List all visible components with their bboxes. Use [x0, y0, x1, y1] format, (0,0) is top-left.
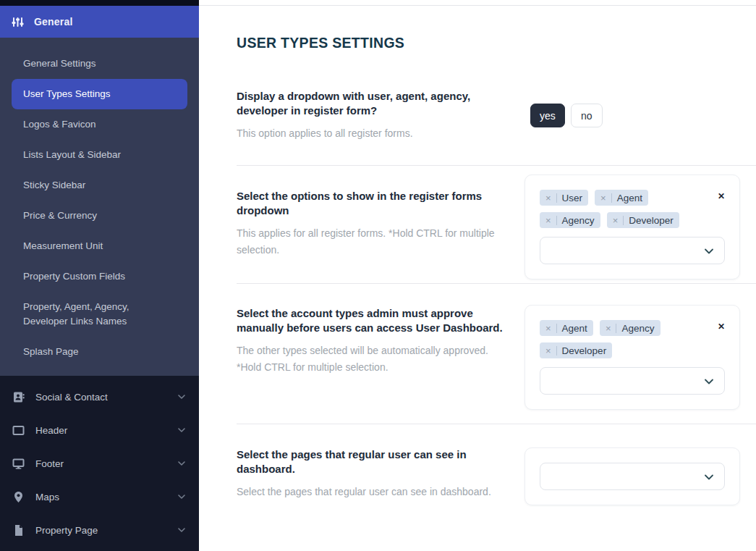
- sidebar-section-general[interactable]: General: [0, 6, 199, 38]
- tag-agent: ×Agent: [595, 190, 648, 206]
- settings-sidebar: General General Settings User Types Sett…: [0, 0, 199, 551]
- chevron-down-icon: [176, 491, 187, 502]
- tag-agency: ×Agency: [540, 212, 600, 228]
- chevron-down-icon: [702, 244, 716, 258]
- setting-heading: Select the pages that regular user can s…: [237, 447, 504, 476]
- multiselect-card-approval-types: ×Agent ×Agency ×Developer ✕: [524, 305, 740, 410]
- remove-tag-icon[interactable]: ×: [545, 216, 557, 225]
- sidebar-item-label: Maps: [35, 492, 176, 502]
- setting-row-dashboard-pages: Select the pages that regular user can s…: [237, 424, 756, 505]
- sidebar-general-group: General Settings User Types Settings Log…: [0, 38, 199, 376]
- sidebar-section-general-label: General: [34, 16, 73, 28]
- sidebar-item-general-settings[interactable]: General Settings: [12, 49, 187, 79]
- yes-button[interactable]: yes: [530, 104, 565, 127]
- select-card-dashboard-pages: [524, 447, 740, 505]
- tag-developer: ×Developer: [607, 212, 679, 228]
- map-pin-icon: [12, 490, 25, 503]
- sidebar-item-splash-page[interactable]: Splash Page: [12, 337, 187, 367]
- yes-no-toggle: yes no: [530, 104, 756, 127]
- sidebar-item-links-names[interactable]: Property, Agent, Agency, Developer Links…: [12, 292, 187, 337]
- remove-tag-icon[interactable]: ×: [606, 324, 617, 333]
- sidebar-item-header[interactable]: Header: [0, 413, 199, 447]
- setting-description: This applies for all register forms. *Ho…: [237, 225, 504, 258]
- chevron-down-icon: [702, 374, 716, 389]
- tag-label: Developer: [629, 215, 674, 226]
- chevron-down-icon: [702, 470, 716, 484]
- remove-tag-icon[interactable]: ×: [613, 216, 624, 225]
- tag-label: Agency: [562, 215, 595, 226]
- clear-all-icon[interactable]: ✕: [718, 322, 725, 331]
- tag-agency: ×Agency: [600, 320, 661, 336]
- sidebar-top-strip: [0, 0, 199, 6]
- sidebar-item-label: Property Page: [35, 525, 176, 536]
- sidebar-item-measurement-unit[interactable]: Measurement Unit: [12, 231, 187, 261]
- sidebar-item-sticky-sidebar[interactable]: Sticky Sidebar: [12, 170, 187, 201]
- address-book-icon: [12, 390, 25, 403]
- setting-row-approval-types: Select the account types admin must appr…: [237, 284, 756, 410]
- chevron-down-icon: [176, 391, 187, 403]
- sidebar-item-lists-layout-sidebar[interactable]: Lists Layout & Sidebar: [12, 140, 187, 170]
- setting-heading: Select the account types admin must appr…: [237, 306, 504, 335]
- dashboard-pages-select[interactable]: [540, 463, 725, 490]
- settings-main-panel: USER TYPES SETTINGS Display a dropdown w…: [199, 0, 756, 551]
- setting-row-register-options: Select the options to show in the regist…: [237, 166, 756, 279]
- chevron-down-icon: [176, 524, 187, 536]
- sidebar-item-property-page[interactable]: Property Page: [0, 513, 199, 547]
- selected-tags: ×User ×Agent ×Agency ×Developer: [540, 190, 712, 228]
- remove-tag-icon[interactable]: ×: [545, 324, 557, 333]
- tag-developer: ×Developer: [540, 342, 612, 358]
- sliders-icon: [12, 16, 24, 28]
- register-options-select[interactable]: [540, 237, 725, 264]
- sidebar-item-label: Social & Contact: [35, 392, 176, 403]
- top-divider: [199, 0, 756, 6]
- tag-user: ×User: [540, 190, 588, 206]
- sidebar-item-social-contact[interactable]: Social & Contact: [0, 380, 199, 413]
- setting-heading: Select the options to show in the regist…: [237, 189, 504, 217]
- selected-tags: ×Agent ×Agency ×Developer: [540, 320, 712, 358]
- sidebar-item-user-types-settings[interactable]: User Types Settings: [12, 79, 187, 109]
- tag-agent: ×Agent: [540, 320, 593, 336]
- setting-description: This option applies to all register form…: [237, 125, 504, 141]
- tag-label: Agent: [617, 193, 642, 203]
- multiselect-card-register-options: ×User ×Agent ×Agency ×Developer ✕: [524, 174, 740, 279]
- no-button[interactable]: no: [571, 104, 603, 127]
- sidebar-item-price-currency[interactable]: Price & Currency: [12, 201, 187, 231]
- chevron-down-icon: [176, 458, 187, 469]
- setting-heading: Display a dropdown with user, agent, age…: [237, 89, 504, 117]
- remove-tag-icon[interactable]: ×: [545, 193, 557, 203]
- file-icon: [12, 523, 25, 537]
- sidebar-item-logos-favicon[interactable]: Logos & Favicon: [12, 109, 187, 140]
- tag-label: Developer: [562, 345, 607, 356]
- tag-label: User: [562, 193, 583, 203]
- tag-label: Agent: [562, 323, 587, 334]
- remove-tag-icon[interactable]: ×: [600, 193, 612, 203]
- tag-label: Agency: [621, 323, 654, 334]
- approval-types-select[interactable]: [540, 367, 725, 395]
- setting-row-display-dropdown: Display a dropdown with user, agent, age…: [237, 89, 756, 141]
- sidebar-collapsed-groups: Social & Contact Header: [0, 376, 199, 551]
- remove-tag-icon[interactable]: ×: [545, 346, 557, 356]
- sidebar-item-maps[interactable]: Maps: [0, 480, 199, 513]
- sidebar-item-footer[interactable]: Footer: [0, 447, 199, 480]
- clear-all-icon[interactable]: ✕: [718, 192, 725, 201]
- setting-description: Select the pages that regular user can s…: [237, 484, 504, 500]
- window-icon: [12, 424, 25, 437]
- monitor-icon: [12, 457, 25, 470]
- sidebar-item-label: Footer: [35, 458, 176, 469]
- setting-description: The other types selected will be automat…: [237, 342, 504, 375]
- sidebar-item-property-custom-fields[interactable]: Property Custom Fields: [12, 261, 187, 292]
- page-title: USER TYPES SETTINGS: [237, 35, 756, 51]
- sidebar-item-label: Header: [35, 425, 176, 436]
- chevron-down-icon: [176, 424, 187, 436]
